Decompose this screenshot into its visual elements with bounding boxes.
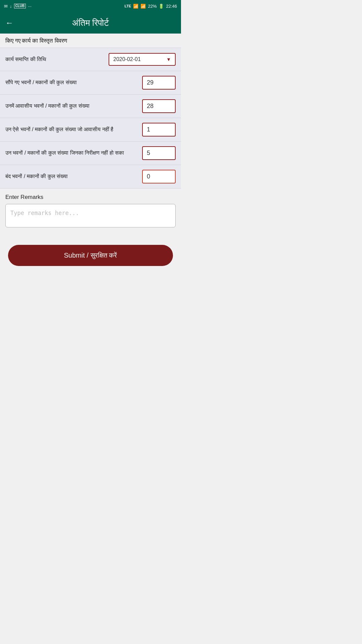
completion-date-picker[interactable]: 2020-02-01 ▼	[109, 53, 176, 66]
status-right: LTE 📶 📶 22% 🔋 22:46	[124, 4, 177, 9]
completion-date-label: कार्य समाप्ति की तिथि	[5, 56, 109, 63]
form-row-completion-date: कार्य समाप्ति की तिथि 2020-02-01 ▼	[0, 48, 181, 71]
email-icon: ✉	[4, 4, 8, 9]
total-buildings-input[interactable]	[142, 76, 176, 90]
closed-buildings-input[interactable]	[142, 170, 176, 183]
form-row-closed-buildings: बंद भवनों / मकानों की कुल संख्या	[0, 165, 181, 189]
remarks-label: Enter Remarks	[5, 194, 176, 201]
closed-buildings-label: बंद भवनों / मकानों की कुल संख्या	[5, 173, 142, 180]
form-row-uninspected-buildings: उन भवनों / मकानों की कुल संख्या जिनका नि…	[0, 142, 181, 165]
remarks-section: Enter Remarks	[0, 189, 181, 231]
app-bar: ← अंतिम रिपोर्ट	[0, 12, 181, 34]
residential-buildings-label: उनमें आवासीय भवनों / मकानों की कुल संख्य…	[5, 102, 142, 110]
form-row-residential-buildings: उनमें आवासीय भवनों / मकानों की कुल संख्य…	[0, 95, 181, 118]
status-left: ✉ ↓ CLUB ···	[4, 4, 32, 9]
clock: 22:46	[166, 4, 177, 9]
lte-icon: LTE	[124, 4, 131, 8]
uninspected-buildings-label: उन भवनों / मकानों की कुल संख्या जिनका नि…	[5, 149, 142, 157]
more-icon: ···	[28, 4, 32, 9]
uninspected-buildings-input[interactable]	[142, 146, 176, 160]
residential-buildings-input[interactable]	[142, 99, 176, 113]
non-residential-buildings-label: उन ऐसे भवनों / मकानों की कुल संख्या जो आ…	[5, 126, 142, 133]
form-container: कार्य समाप्ति की तिथि 2020-02-01 ▼ सौंपे…	[0, 48, 181, 189]
page-title: अंतिम रिपोर्ट	[19, 18, 162, 28]
back-button[interactable]: ←	[5, 18, 13, 28]
battery-percentage: 22%	[148, 4, 157, 9]
download-icon: ↓	[10, 4, 12, 9]
wifi-icon: 📶	[133, 4, 138, 9]
form-row-non-residential-buildings: उन ऐसे भवनों / मकानों की कुल संख्या जो आ…	[0, 118, 181, 142]
non-residential-buildings-input[interactable]	[142, 123, 176, 137]
submit-section: Submit / सुरक्षित करें	[0, 231, 181, 276]
remarks-input[interactable]	[5, 204, 176, 227]
total-buildings-label: सौंपे गए भवनों / मकानों की कुल संख्या	[5, 79, 142, 86]
chevron-down-icon: ▼	[166, 57, 171, 62]
battery-icon: 🔋	[159, 4, 164, 9]
signal-icon: 📶	[140, 4, 146, 9]
submit-button[interactable]: Submit / सुरक्षित करें	[8, 245, 173, 266]
status-bar: ✉ ↓ CLUB ··· LTE 📶 📶 22% 🔋 22:46	[0, 0, 181, 12]
section-label: किए गए कार्य का विस्तृत विवरण	[0, 34, 181, 48]
club-logo: CLUB	[14, 4, 26, 8]
completion-date-value: 2020-02-01	[113, 56, 141, 62]
form-row-total-buildings: सौंपे गए भवनों / मकानों की कुल संख्या	[0, 71, 181, 95]
